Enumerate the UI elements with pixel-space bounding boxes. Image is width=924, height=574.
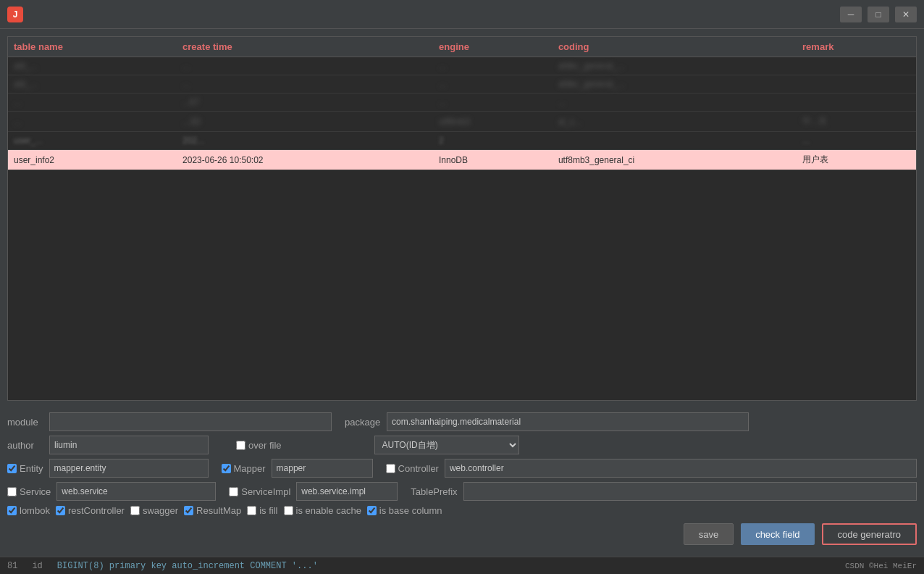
lombok-label: lombok bbox=[20, 505, 50, 516]
app-icon: J bbox=[7, 7, 23, 22]
module-label: module bbox=[7, 417, 43, 428]
service-checkbox-label[interactable]: Service bbox=[7, 486, 51, 497]
mapper-checkbox-label[interactable]: Mapper bbox=[222, 463, 266, 474]
table-prefix-input[interactable] bbox=[463, 482, 917, 501]
config-row-author: author over file AUTO(ID自增)UUIDNONE bbox=[7, 436, 917, 454]
mapper-checkbox[interactable] bbox=[222, 464, 231, 473]
col-table-name: table name bbox=[8, 37, 177, 57]
serviceimpl-checkbox-label[interactable]: ServiceImpl bbox=[229, 486, 290, 497]
status-right-text: CSDN ©Hei MeiEr bbox=[845, 562, 917, 570]
controller-checkbox[interactable] bbox=[386, 464, 395, 473]
package-label: package bbox=[345, 417, 381, 428]
status-column: id bbox=[32, 561, 42, 571]
tables-table: table name create time engine coding rem… bbox=[8, 37, 916, 170]
service-checkbox[interactable] bbox=[7, 487, 17, 496]
serviceimpl-label: ServiceImpl bbox=[241, 486, 290, 497]
over-file-checkbox-label[interactable]: over file bbox=[236, 440, 282, 451]
lombok-checkbox-label[interactable]: lombok bbox=[7, 505, 50, 516]
save-button[interactable]: save bbox=[684, 523, 734, 545]
mapper-label: Mapper bbox=[234, 463, 266, 474]
result-map-label: ResultMap bbox=[196, 505, 241, 516]
code-generator-button[interactable]: code generatro bbox=[822, 523, 917, 545]
table-row[interactable]: ......67...... bbox=[8, 93, 916, 112]
maximize-button[interactable]: □ bbox=[868, 7, 889, 22]
service-label: Service bbox=[20, 486, 51, 497]
entity-path-input[interactable] bbox=[49, 459, 209, 478]
check-field-button[interactable]: check field bbox=[741, 523, 814, 545]
config-row-entity: Entity Mapper Controller bbox=[7, 459, 917, 478]
title-bar: J ─ □ ✕ bbox=[0, 0, 924, 29]
table-row[interactable]: ......3Dutf8mb3al_c...中...关 bbox=[8, 112, 916, 132]
result-map-checkbox-label[interactable]: ResultMap bbox=[184, 505, 241, 516]
is-enable-cache-label: is enable cache bbox=[296, 505, 361, 516]
col-engine: engine bbox=[433, 37, 553, 57]
over-file-label: over file bbox=[248, 440, 282, 451]
is-fill-label: is fill bbox=[259, 505, 277, 516]
module-input[interactable] bbox=[49, 412, 332, 431]
is-enable-cache-checkbox[interactable] bbox=[284, 506, 293, 515]
config-row-checkboxes: lombok restController swagger ResultMap … bbox=[7, 505, 917, 516]
table-row[interactable]: abl_.........afdkc_general_... bbox=[8, 75, 916, 93]
config-row-service: Service ServiceImpl TablePrefix bbox=[7, 482, 917, 501]
table-row[interactable]: user_info22023-06-26 10:50:02InnoDButf8m… bbox=[8, 150, 916, 170]
table-row[interactable]: user_...202...2... bbox=[8, 132, 916, 150]
entity-checkbox[interactable] bbox=[7, 464, 17, 473]
minimize-button[interactable]: ─ bbox=[840, 7, 862, 22]
auto-increment-select[interactable]: AUTO(ID自增)UUIDNONE bbox=[374, 436, 519, 454]
config-row-module: module package bbox=[7, 412, 917, 431]
author-label: author bbox=[7, 440, 43, 451]
controller-label: Controller bbox=[398, 463, 439, 474]
serviceimpl-path-input[interactable] bbox=[296, 482, 398, 501]
main-dialog: table name create time engine coding rem… bbox=[0, 29, 924, 557]
table-prefix-label: TablePrefix bbox=[411, 486, 457, 497]
is-base-column-label: is base column bbox=[379, 505, 442, 516]
is-base-column-checkbox-label[interactable]: is base column bbox=[367, 505, 442, 516]
entity-label: Entity bbox=[20, 463, 43, 474]
col-coding: coding bbox=[553, 37, 797, 57]
status-code-text: BIGINT(8) primary key auto_increment COM… bbox=[57, 561, 845, 571]
config-row-buttons: save check field code generatro bbox=[7, 523, 917, 545]
lombok-checkbox[interactable] bbox=[7, 506, 17, 515]
controller-checkbox-label[interactable]: Controller bbox=[386, 463, 439, 474]
table-row[interactable]: abl_.........afdkc_general_... bbox=[8, 57, 916, 75]
status-line-number: 81 bbox=[7, 561, 17, 571]
status-bar: 81 id BIGINT(8) primary key auto_increme… bbox=[0, 557, 924, 574]
table-container[interactable]: table name create time engine coding rem… bbox=[7, 36, 917, 401]
package-input[interactable] bbox=[387, 412, 749, 431]
swagger-checkbox[interactable] bbox=[130, 506, 140, 515]
service-path-input[interactable] bbox=[56, 482, 216, 501]
close-button[interactable]: ✕ bbox=[895, 7, 917, 22]
controller-path-input[interactable] bbox=[445, 459, 917, 478]
is-base-column-checkbox[interactable] bbox=[367, 506, 377, 515]
is-fill-checkbox-label[interactable]: is fill bbox=[247, 505, 277, 516]
config-area: module package author over file AUTO(ID自… bbox=[7, 408, 917, 549]
window-controls: ─ □ ✕ bbox=[840, 7, 917, 22]
swagger-checkbox-label[interactable]: swagger bbox=[130, 505, 178, 516]
mapper-path-input[interactable] bbox=[272, 459, 373, 478]
result-map-checkbox[interactable] bbox=[184, 506, 193, 515]
author-input[interactable] bbox=[49, 436, 209, 454]
is-fill-checkbox[interactable] bbox=[247, 506, 256, 515]
col-create-time: create time bbox=[177, 37, 433, 57]
entity-checkbox-label[interactable]: Entity bbox=[7, 463, 43, 474]
over-file-checkbox[interactable] bbox=[236, 441, 245, 450]
rest-controller-label: restController bbox=[68, 505, 125, 516]
col-remark: remark bbox=[797, 37, 916, 57]
rest-controller-checkbox-label[interactable]: restController bbox=[56, 505, 125, 516]
rest-controller-checkbox[interactable] bbox=[56, 506, 65, 515]
serviceimpl-checkbox[interactable] bbox=[229, 487, 238, 496]
swagger-label: swagger bbox=[143, 505, 178, 516]
is-enable-cache-checkbox-label[interactable]: is enable cache bbox=[284, 505, 361, 516]
